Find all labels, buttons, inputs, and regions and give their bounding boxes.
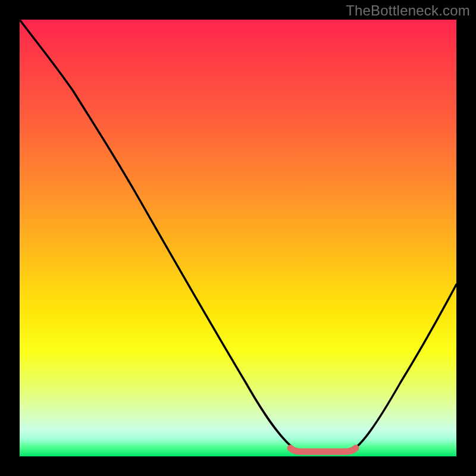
plot-area [20, 20, 456, 456]
bottleneck-curve [20, 20, 456, 450]
attribution-label: TheBottleneck.com [346, 2, 470, 19]
chart-frame: TheBottleneck.com [0, 0, 476, 476]
curve-layer [20, 20, 456, 456]
optimal-flat-segment [290, 448, 356, 452]
